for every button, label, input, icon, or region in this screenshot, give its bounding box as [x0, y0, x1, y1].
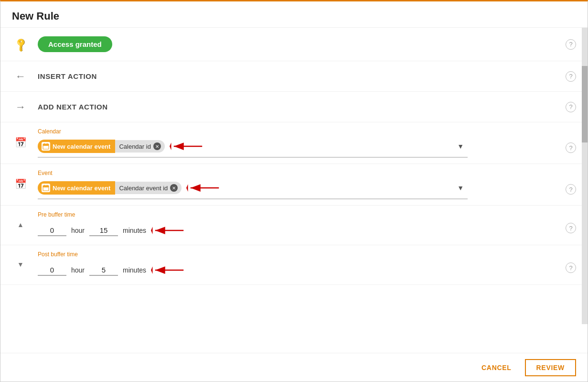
calendar-content: Calendar New calendar event [29, 128, 568, 158]
scrollbar-thumb[interactable] [582, 66, 588, 142]
access-granted-button[interactable]: Access granted [38, 36, 112, 52]
add-next-action-label: ADD NEXT ACTION [38, 103, 108, 111]
access-granted-row: 🔑 Access granted ? [0, 28, 588, 61]
event-chip-orange: New calendar event [38, 181, 115, 195]
key-icon: 🔑 [12, 39, 29, 50]
access-granted-help[interactable]: ? [566, 39, 576, 50]
event-help[interactable]: ? [566, 184, 576, 195]
calendar-field-label: Calendar [38, 128, 545, 135]
insert-action-content: INSERT ACTION [29, 72, 568, 81]
new-rule-dialog: New Rule 🔑 Access granted ? ← INSERT ACT… [0, 0, 588, 382]
add-next-action-content: ADD NEXT ACTION [29, 103, 568, 111]
event-field-label: Event [38, 170, 545, 176]
cancel-button[interactable]: CANCEL [474, 360, 519, 375]
svg-rect-2 [44, 143, 45, 145]
calendar-tag-close[interactable]: ✕ [153, 142, 161, 150]
calendar-dropdown[interactable]: New calendar event Calendar id ✕ [38, 138, 468, 158]
svg-rect-8 [43, 186, 49, 187]
svg-rect-1 [43, 144, 49, 146]
post-buffer-help[interactable]: ? [566, 262, 576, 273]
event-section: 📅 Event New calendar event [0, 164, 588, 206]
pre-buffer-section: ▲ Pre buffer time hour minutes [0, 206, 588, 245]
svg-marker-6 [170, 142, 171, 150]
event-content: Event New calendar event [29, 170, 568, 199]
calendar-help[interactable]: ? [566, 142, 576, 153]
svg-rect-3 [47, 143, 48, 145]
post-buffer-minute-input[interactable] [89, 265, 118, 276]
event-dropdown[interactable]: New calendar event Calendar event id ✕ [38, 179, 468, 199]
pre-buffer-label: Pre buffer time [38, 211, 545, 218]
calendar-section: 📅 Calendar New calendar even [0, 122, 588, 164]
scrollbar-track [582, 28, 588, 324]
calendar-red-arrow [170, 138, 203, 155]
pre-buffer-minute-unit: minutes [123, 227, 146, 234]
insert-action-row: ← INSERT ACTION ? [0, 61, 588, 92]
dialog-header: New Rule [0, 1, 588, 28]
arrow-left-icon: ← [12, 70, 29, 83]
pre-buffer-red-arrow [151, 222, 184, 239]
dialog-title: New Rule [12, 10, 59, 22]
event-chip-label: New calendar event [53, 185, 110, 192]
calendar-icon: 📅 [12, 128, 29, 148]
pre-buffer-hour-input[interactable] [38, 225, 66, 236]
post-buffer-red-arrow [151, 262, 184, 279]
insert-action-label: INSERT ACTION [38, 72, 97, 80]
pre-buffer-help[interactable]: ? [566, 223, 576, 233]
chip-calendar-icon [42, 142, 50, 151]
svg-marker-19 [151, 266, 153, 274]
calendar-chip-orange: New calendar event [38, 140, 115, 153]
pre-buffer-row: hour minutes [38, 222, 545, 239]
calendar-dropdown-arrow: ▼ [457, 142, 464, 150]
dialog-footer: CANCEL REVIEW [0, 353, 588, 382]
event-calendar-icon: 📅 [12, 170, 29, 190]
dialog-body: 🔑 Access granted ? ← INSERT ACTION ? [0, 28, 588, 353]
post-buffer-row: hour minutes [38, 262, 545, 279]
access-granted-content: Access granted [29, 36, 568, 52]
pre-buffer-collapse-icon[interactable]: ▲ [12, 211, 29, 229]
post-buffer-section: ▼ Post buffer time hour minutes [0, 245, 588, 285]
insert-action-help[interactable]: ? [566, 71, 576, 82]
event-dropdown-arrow: ▼ [457, 184, 464, 192]
pre-buffer-content: Pre buffer time hour minutes [29, 211, 568, 239]
svg-marker-16 [151, 227, 153, 234]
svg-rect-9 [44, 185, 45, 186]
post-buffer-label: Post buffer time [38, 251, 545, 258]
event-red-arrow [186, 179, 220, 196]
event-tag: Calendar event id ✕ [115, 182, 182, 194]
post-buffer-content: Post buffer time hour minutes [29, 251, 568, 279]
post-buffer-minute-unit: minutes [123, 266, 146, 274]
event-tag-label: Calendar event id [119, 185, 168, 192]
svg-rect-10 [47, 185, 48, 186]
add-next-action-help[interactable]: ? [566, 102, 576, 112]
calendar-tag-label: Calendar id [119, 143, 151, 150]
pre-buffer-hour-unit: hour [71, 227, 85, 234]
post-buffer-collapse-icon[interactable]: ▼ [12, 251, 29, 268]
post-buffer-hour-unit: hour [71, 266, 85, 274]
post-buffer-hour-input[interactable] [38, 265, 66, 276]
svg-marker-13 [186, 184, 188, 192]
add-next-action-row: → ADD NEXT ACTION ? [0, 92, 588, 122]
event-tag-close[interactable]: ✕ [170, 184, 178, 192]
review-button[interactable]: REVIEW [525, 359, 576, 376]
arrow-right-icon: → [12, 101, 29, 113]
calendar-chip-label: New calendar event [53, 143, 110, 150]
calendar-tag: Calendar id ✕ [115, 140, 165, 153]
pre-buffer-minute-input[interactable] [89, 225, 118, 236]
event-chip-calendar-icon [42, 184, 50, 192]
